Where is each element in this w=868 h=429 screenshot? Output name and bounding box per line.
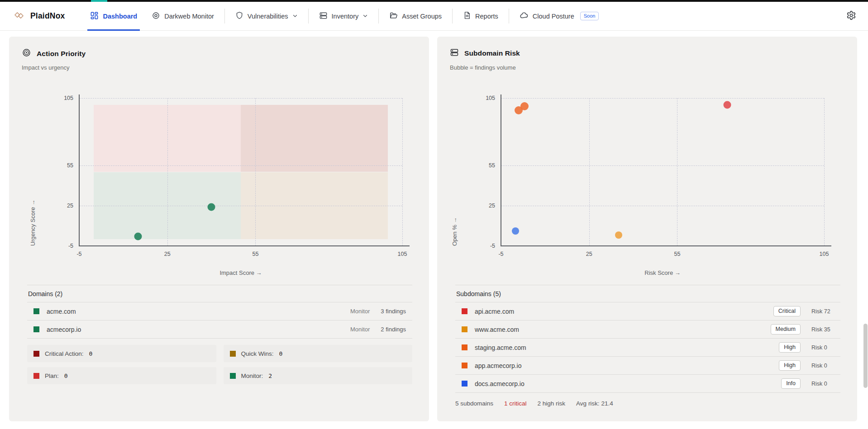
nav-item-label: Darkweb Monitor xyxy=(164,13,214,20)
server-icon xyxy=(319,11,328,21)
eye-icon xyxy=(152,11,160,21)
domain-name: acmecorp.io xyxy=(47,326,81,333)
brand[interactable]: PlaidNox xyxy=(14,2,65,30)
scrollbar-thumb[interactable] xyxy=(863,324,868,388)
folder-open-icon xyxy=(389,11,398,21)
gridline-vertical xyxy=(255,98,256,246)
x-tick-label: 105 xyxy=(820,251,829,257)
risk-score: Risk 0 xyxy=(811,381,834,387)
gridline-vertical xyxy=(402,98,403,246)
domain-color-swatch xyxy=(33,326,39,332)
subdomain-row[interactable]: staging.acme.com High Risk 0 xyxy=(455,339,840,357)
brand-name: PlaidNox xyxy=(30,11,65,21)
nav-item-dashboard[interactable]: Dashboard xyxy=(90,2,137,30)
action-priority-panel: Action Priority Impact vs urgency Impact… xyxy=(9,37,429,421)
chart-point[interactable] xyxy=(208,203,215,211)
gridline-horizontal xyxy=(501,98,824,99)
domain-row[interactable]: acmecorp.io Monitor 2 findings xyxy=(27,321,412,339)
priority-stat-tiles: Critical Action: 0 Quick Wins: 0 Plan: 0… xyxy=(27,345,412,384)
domain-row[interactable]: acme.com Monitor 3 findings xyxy=(27,302,412,321)
severity-badge: High xyxy=(779,360,801,370)
tile-label: Plan: xyxy=(45,372,59,379)
plaidnox-logo-icon xyxy=(14,10,24,23)
subdomain-summary: 5 subdomains1 critical2 high riskAvg ris… xyxy=(455,400,613,407)
priority-stat-tile: Plan: 0 xyxy=(27,367,216,384)
subdomain-row[interactable]: docs.acmecorp.io Info Risk 0 xyxy=(455,375,840,393)
subdomain-name: staging.acme.com xyxy=(475,344,526,351)
panel-title: Subdomain Risk xyxy=(464,49,520,57)
subdomain-name: docs.acmecorp.io xyxy=(475,380,525,387)
domain-tag: Monitor xyxy=(350,326,370,333)
nav-item-label: Asset Groups xyxy=(402,13,442,20)
nav-item-darkweb-monitor[interactable]: Darkweb Monitor xyxy=(152,2,214,30)
subdomains-list-header: Subdomains (5) xyxy=(455,285,840,302)
panel-subtitle: Impact vs urgency xyxy=(22,64,70,71)
summary-stat: 1 critical xyxy=(504,400,527,407)
gridline-vertical xyxy=(824,98,825,246)
chart-point[interactable] xyxy=(520,102,529,110)
domain-color-swatch xyxy=(33,308,39,314)
panel-subtitle: Bubble = findings volume xyxy=(450,64,516,71)
subdomains-list-rows: api.acme.com Critical Risk 72 www.acme.c… xyxy=(455,302,840,393)
y-tick-label: 55 xyxy=(67,162,73,169)
gridline-vertical xyxy=(589,98,590,246)
subdomain-row[interactable]: www.acme.com Medium Risk 35 xyxy=(455,321,840,339)
y-tick-label: 25 xyxy=(489,203,495,209)
subdomain-row[interactable]: api.acme.com Critical Risk 72 xyxy=(455,302,840,321)
gridline-horizontal xyxy=(79,165,402,166)
gridline-vertical xyxy=(167,98,168,246)
tile-color-swatch xyxy=(33,351,39,357)
tile-color-swatch xyxy=(230,373,236,379)
nav-item-cloud-posture[interactable]: Cloud Posture Soon xyxy=(520,2,599,30)
report-file-icon xyxy=(463,11,471,21)
domains-list-rows: acme.com Monitor 3 findings acmecorp.io … xyxy=(27,302,412,339)
nav-separator xyxy=(308,9,309,24)
nav-item-reports[interactable]: Reports xyxy=(463,2,498,30)
server-stack-icon xyxy=(450,48,459,59)
chart-point[interactable] xyxy=(723,101,731,108)
gridline-vertical xyxy=(677,98,677,246)
domains-list: Domains (2) acme.com Monitor 3 findings … xyxy=(27,285,412,339)
tile-value: 0 xyxy=(64,372,68,379)
x-axis xyxy=(501,245,831,246)
priority-stat-tile: Quick Wins: 0 xyxy=(224,345,413,362)
tile-value: 0 xyxy=(89,350,93,357)
chart-point[interactable] xyxy=(615,231,622,239)
nav-separator xyxy=(224,9,225,24)
risk-score: Risk 0 xyxy=(811,344,834,351)
nav-item-label: Dashboard xyxy=(103,13,137,20)
panel-title: Action Priority xyxy=(37,50,86,58)
x-tick-label: -5 xyxy=(498,251,503,257)
x-tick-label: 105 xyxy=(398,251,407,257)
chevron-down-icon xyxy=(292,13,298,20)
subdomain-name: app.acmecorp.io xyxy=(475,362,522,369)
y-tick-label: -5 xyxy=(490,243,495,249)
subdomain-row[interactable]: app.acmecorp.io High Risk 0 xyxy=(455,357,840,375)
summary-stat: 2 high risk xyxy=(538,400,566,407)
tile-color-swatch xyxy=(230,351,236,357)
domain-tag: Monitor xyxy=(350,308,370,315)
chart-point[interactable] xyxy=(512,227,519,235)
gridline-horizontal xyxy=(501,206,824,206)
nav-item-inventory[interactable]: Inventory xyxy=(319,2,368,30)
shield-icon xyxy=(235,11,243,21)
settings-button[interactable] xyxy=(846,10,856,22)
nav-separator xyxy=(378,9,379,24)
tile-label: Quick Wins: xyxy=(241,350,274,357)
chart-point[interactable] xyxy=(134,233,142,240)
x-axis-title: Risk Score → xyxy=(644,269,680,276)
nav-item-asset-groups[interactable]: Asset Groups xyxy=(389,2,442,30)
chevron-down-icon xyxy=(362,13,368,20)
x-tick-label: 25 xyxy=(164,251,171,257)
quadrant-fill-top-right xyxy=(241,105,388,172)
tile-value: 2 xyxy=(268,372,272,379)
soon-badge: Soon xyxy=(580,12,599,20)
y-tick-label: -5 xyxy=(68,243,73,249)
nav-separator xyxy=(452,9,453,24)
subdomain-risk-chart: Risk Score → Open % → -5-525255555105105 xyxy=(501,98,824,246)
nav-item-vulnerabilities[interactable]: Vulnerabilities xyxy=(235,2,298,30)
gear-icon xyxy=(846,10,856,22)
priority-stat-tile: Monitor: 2 xyxy=(224,367,413,384)
risk-score: Risk 72 xyxy=(811,308,834,315)
domains-list-header: Domains (2) xyxy=(27,285,412,302)
